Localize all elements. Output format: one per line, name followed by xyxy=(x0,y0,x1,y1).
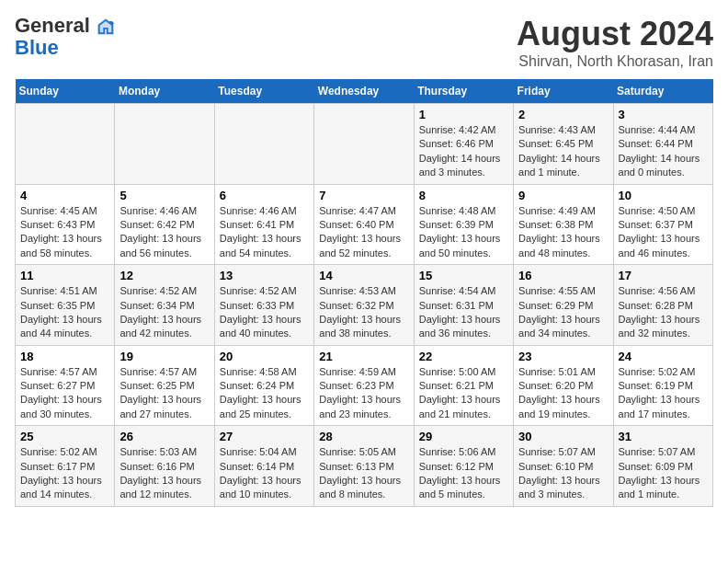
day-number: 8 xyxy=(419,189,508,202)
calendar-cell: 23Sunrise: 5:01 AM Sunset: 6:20 PM Dayli… xyxy=(514,345,613,426)
day-number: 6 xyxy=(220,189,309,202)
day-number: 17 xyxy=(619,269,708,282)
day-info: Sunrise: 4:53 AM Sunset: 6:32 PM Dayligh… xyxy=(319,284,408,341)
day-number: 2 xyxy=(518,108,608,121)
calendar-cell xyxy=(214,104,313,185)
calendar-cell: 1Sunrise: 4:42 AM Sunset: 6:46 PM Daylig… xyxy=(414,104,513,185)
calendar-cell: 10Sunrise: 4:50 AM Sunset: 6:37 PM Dayli… xyxy=(613,184,712,265)
day-number: 4 xyxy=(20,189,109,202)
day-number: 20 xyxy=(220,350,309,363)
weekday-header-monday: Monday xyxy=(115,79,214,104)
day-number: 27 xyxy=(220,430,309,443)
calendar-cell: 7Sunrise: 4:47 AM Sunset: 6:40 PM Daylig… xyxy=(314,184,414,265)
day-info: Sunrise: 4:48 AM Sunset: 6:39 PM Dayligh… xyxy=(419,204,508,261)
calendar-cell: 9Sunrise: 4:49 AM Sunset: 6:38 PM Daylig… xyxy=(514,184,613,265)
day-number: 22 xyxy=(419,350,508,363)
day-number: 21 xyxy=(319,350,408,363)
day-info: Sunrise: 4:43 AM Sunset: 6:45 PM Dayligh… xyxy=(518,123,608,180)
page-header: General Blue August 2024 Shirvan, North … xyxy=(15,15,713,70)
calendar-cell: 2Sunrise: 4:43 AM Sunset: 6:45 PM Daylig… xyxy=(514,104,613,185)
day-info: Sunrise: 4:58 AM Sunset: 6:24 PM Dayligh… xyxy=(220,365,309,422)
logo: General Blue xyxy=(15,15,114,59)
calendar-cell: 18Sunrise: 4:57 AM Sunset: 6:27 PM Dayli… xyxy=(16,345,115,426)
day-number: 23 xyxy=(518,350,608,363)
day-number: 28 xyxy=(319,430,408,443)
calendar-cell: 14Sunrise: 4:53 AM Sunset: 6:32 PM Dayli… xyxy=(314,265,414,346)
day-number: 15 xyxy=(419,269,508,282)
day-number: 29 xyxy=(419,430,508,443)
day-number: 24 xyxy=(619,350,708,363)
day-number: 30 xyxy=(518,430,608,443)
calendar-cell: 16Sunrise: 4:55 AM Sunset: 6:29 PM Dayli… xyxy=(514,265,613,346)
weekday-header-saturday: Saturday xyxy=(613,79,712,104)
day-info: Sunrise: 5:03 AM Sunset: 6:16 PM Dayligh… xyxy=(119,445,209,502)
logo-icon xyxy=(97,18,114,35)
day-info: Sunrise: 4:59 AM Sunset: 6:23 PM Dayligh… xyxy=(319,365,408,422)
day-info: Sunrise: 5:05 AM Sunset: 6:13 PM Dayligh… xyxy=(319,445,408,502)
main-title: August 2024 xyxy=(517,15,713,53)
calendar-cell: 20Sunrise: 4:58 AM Sunset: 6:24 PM Dayli… xyxy=(214,345,313,426)
day-info: Sunrise: 4:50 AM Sunset: 6:37 PM Dayligh… xyxy=(619,204,708,261)
calendar-cell: 15Sunrise: 4:54 AM Sunset: 6:31 PM Dayli… xyxy=(414,265,513,346)
calendar-cell xyxy=(16,104,115,185)
calendar-cell: 8Sunrise: 4:48 AM Sunset: 6:39 PM Daylig… xyxy=(414,184,513,265)
day-number: 10 xyxy=(619,189,708,202)
day-info: Sunrise: 4:52 AM Sunset: 6:33 PM Dayligh… xyxy=(220,284,309,341)
day-info: Sunrise: 5:02 AM Sunset: 6:17 PM Dayligh… xyxy=(20,445,109,502)
weekday-header-friday: Friday xyxy=(514,79,613,104)
day-number: 3 xyxy=(619,108,708,121)
day-info: Sunrise: 4:47 AM Sunset: 6:40 PM Dayligh… xyxy=(319,204,408,261)
weekday-header-tuesday: Tuesday xyxy=(214,79,313,104)
calendar-cell: 26Sunrise: 5:03 AM Sunset: 6:16 PM Dayli… xyxy=(115,426,214,507)
day-number: 1 xyxy=(419,108,508,121)
day-info: Sunrise: 5:01 AM Sunset: 6:20 PM Dayligh… xyxy=(518,365,608,422)
weekday-header-row: SundayMondayTuesdayWednesdayThursdayFrid… xyxy=(16,79,713,104)
calendar-cell: 4Sunrise: 4:45 AM Sunset: 6:43 PM Daylig… xyxy=(16,184,115,265)
day-info: Sunrise: 4:52 AM Sunset: 6:34 PM Dayligh… xyxy=(119,284,209,341)
calendar-cell: 31Sunrise: 5:07 AM Sunset: 6:09 PM Dayli… xyxy=(613,426,712,507)
calendar-cell: 17Sunrise: 4:56 AM Sunset: 6:28 PM Dayli… xyxy=(613,265,712,346)
weekday-header-sunday: Sunday xyxy=(16,79,115,104)
day-number: 19 xyxy=(119,350,209,363)
logo-blue: Blue xyxy=(15,37,59,59)
day-number: 14 xyxy=(319,269,408,282)
day-number: 7 xyxy=(319,189,408,202)
calendar-cell: 6Sunrise: 4:46 AM Sunset: 6:41 PM Daylig… xyxy=(214,184,313,265)
day-info: Sunrise: 5:02 AM Sunset: 6:19 PM Dayligh… xyxy=(619,365,708,422)
calendar-cell: 25Sunrise: 5:02 AM Sunset: 6:17 PM Dayli… xyxy=(16,426,115,507)
calendar-cell: 11Sunrise: 4:51 AM Sunset: 6:35 PM Dayli… xyxy=(16,265,115,346)
day-info: Sunrise: 4:55 AM Sunset: 6:29 PM Dayligh… xyxy=(518,284,608,341)
day-info: Sunrise: 4:49 AM Sunset: 6:38 PM Dayligh… xyxy=(518,204,608,261)
calendar-cell: 27Sunrise: 5:04 AM Sunset: 6:14 PM Dayli… xyxy=(214,426,313,507)
calendar-cell: 29Sunrise: 5:06 AM Sunset: 6:12 PM Dayli… xyxy=(414,426,513,507)
calendar-cell: 28Sunrise: 5:05 AM Sunset: 6:13 PM Dayli… xyxy=(314,426,414,507)
day-info: Sunrise: 4:46 AM Sunset: 6:42 PM Dayligh… xyxy=(119,204,209,261)
day-info: Sunrise: 5:06 AM Sunset: 6:12 PM Dayligh… xyxy=(419,445,508,502)
day-info: Sunrise: 4:45 AM Sunset: 6:43 PM Dayligh… xyxy=(20,204,109,261)
day-info: Sunrise: 4:54 AM Sunset: 6:31 PM Dayligh… xyxy=(419,284,508,341)
calendar-body: 1Sunrise: 4:42 AM Sunset: 6:46 PM Daylig… xyxy=(16,104,713,507)
day-info: Sunrise: 4:42 AM Sunset: 6:46 PM Dayligh… xyxy=(419,123,508,180)
day-number: 16 xyxy=(518,269,608,282)
calendar-cell xyxy=(314,104,414,185)
calendar-cell: 5Sunrise: 4:46 AM Sunset: 6:42 PM Daylig… xyxy=(115,184,214,265)
weekday-header-wednesday: Wednesday xyxy=(314,79,414,104)
calendar-cell: 3Sunrise: 4:44 AM Sunset: 6:44 PM Daylig… xyxy=(613,104,712,185)
day-info: Sunrise: 4:57 AM Sunset: 6:25 PM Dayligh… xyxy=(119,365,209,422)
day-number: 25 xyxy=(20,430,109,443)
day-number: 5 xyxy=(119,189,209,202)
calendar-cell: 19Sunrise: 4:57 AM Sunset: 6:25 PM Dayli… xyxy=(115,345,214,426)
day-number: 13 xyxy=(220,269,309,282)
day-info: Sunrise: 4:44 AM Sunset: 6:44 PM Dayligh… xyxy=(619,123,708,180)
day-number: 9 xyxy=(518,189,608,202)
calendar-week-1: 1Sunrise: 4:42 AM Sunset: 6:46 PM Daylig… xyxy=(16,104,713,185)
calendar-week-5: 25Sunrise: 5:02 AM Sunset: 6:17 PM Dayli… xyxy=(16,426,713,507)
subtitle: Shirvan, North Khorasan, Iran xyxy=(517,53,713,70)
calendar-cell: 30Sunrise: 5:07 AM Sunset: 6:10 PM Dayli… xyxy=(514,426,613,507)
calendar-table: SundayMondayTuesdayWednesdayThursdayFrid… xyxy=(15,79,713,507)
calendar-week-4: 18Sunrise: 4:57 AM Sunset: 6:27 PM Dayli… xyxy=(16,345,713,426)
day-info: Sunrise: 4:51 AM Sunset: 6:35 PM Dayligh… xyxy=(20,284,109,341)
day-number: 12 xyxy=(119,269,209,282)
calendar-week-3: 11Sunrise: 4:51 AM Sunset: 6:35 PM Dayli… xyxy=(16,265,713,346)
day-number: 31 xyxy=(619,430,708,443)
